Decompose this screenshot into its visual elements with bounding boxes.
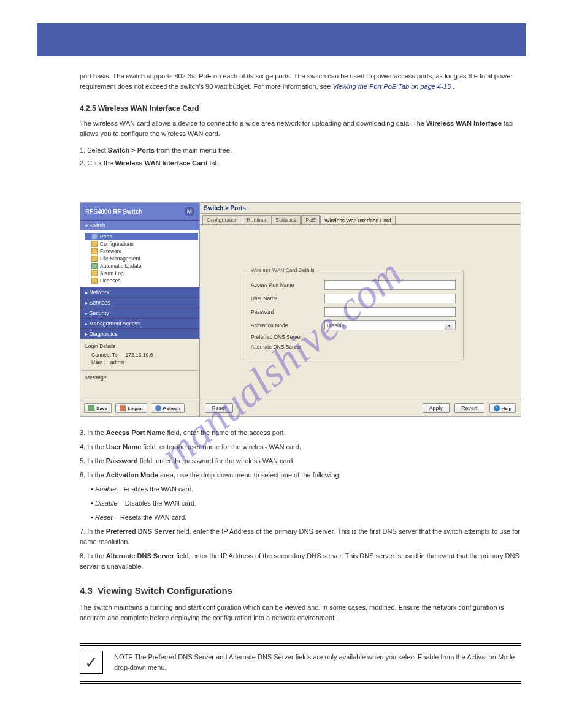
label-password: Password [251, 309, 324, 315]
fieldset-legend: Wireless WAN Card Details [248, 267, 317, 273]
save-icon [88, 405, 94, 411]
tab-wwan[interactable]: Wireless Wan Interface Card [320, 216, 395, 225]
save-button[interactable]: Save [84, 403, 112, 413]
tree-configurations[interactable]: Configurations [85, 240, 198, 248]
motorola-logo-icon: M [185, 207, 194, 216]
sidebar-bottom-buttons: Save Logout Refresh [80, 400, 199, 416]
final-paragraph: The switch maintains a running and start… [80, 602, 521, 623]
label-username: User Name [251, 295, 324, 301]
checkmark-icon: ✓ [80, 651, 103, 674]
nav-services[interactable]: Services [80, 297, 199, 308]
section-heading: 4.2.5 Wireless WAN Interface Card [80, 103, 521, 115]
intro-text: port basis. The switch supports 802.3af … [80, 71, 521, 171]
tree-ports[interactable]: Ports [85, 233, 198, 240]
ports-icon [91, 233, 98, 240]
refresh-button[interactable]: Refresh [151, 403, 185, 413]
alarm-icon [91, 270, 98, 276]
note-text: The Preferred DNS Server and Alternate D… [114, 653, 515, 671]
tree-automatic-update[interactable]: Automatic Update [85, 262, 198, 270]
refresh-icon [155, 405, 161, 411]
message-title: Message [85, 374, 194, 381]
tab-configuration[interactable]: Configuration [202, 215, 242, 224]
gear-icon [91, 248, 98, 254]
reset-button[interactable]: Reset [205, 403, 233, 413]
nav-management-access[interactable]: Management Access [80, 318, 199, 328]
login-details-panel: Login Details Connect To :172.16.10.6 Us… [80, 339, 199, 370]
select-activation-mode[interactable]: Disable ▼ [324, 320, 456, 330]
content-button-row: Reset Apply Revert Help [200, 400, 521, 416]
chevron-down-icon: ▼ [445, 321, 453, 330]
sidebar: RFS4000 RF Switch M Switch Ports Configu… [80, 203, 200, 416]
tree-file-management[interactable]: File Management [85, 255, 198, 262]
select-activation-value: Disable [327, 322, 344, 328]
nav-switch[interactable]: Switch [80, 220, 199, 230]
input-apn[interactable] [324, 280, 456, 290]
content-area: Switch > Ports Configuration Runtime Sta… [200, 203, 521, 416]
note-top-rule [80, 643, 521, 646]
label-activation: Activation Mode [251, 322, 324, 328]
apply-button[interactable]: Apply [423, 403, 450, 413]
section-number: 4.3 [80, 585, 93, 596]
message-panel: Message [80, 370, 199, 387]
label-apn: Access Port Name [251, 282, 324, 288]
breadcrumb: Switch > Ports [200, 203, 521, 214]
logout-button[interactable]: Logout [115, 403, 147, 413]
tab-pane: Wireless WAN Card Details Access Port Na… [200, 224, 521, 416]
tree-firmware[interactable]: Firmware [85, 248, 198, 255]
logout-icon [120, 405, 126, 411]
tab-poe[interactable]: PoE [301, 215, 320, 224]
nav-security[interactable]: Security [80, 308, 199, 318]
login-details-title: Login Details [85, 343, 194, 349]
intro-p1b: . [453, 83, 454, 90]
app-screenshot: RFS4000 RF Switch M Switch Ports Configu… [80, 202, 521, 417]
revert-button[interactable]: Revert [454, 403, 484, 413]
input-password[interactable] [324, 307, 456, 317]
update-icon [91, 263, 98, 269]
label-alt-dns: Alternate DNS Server [251, 344, 324, 350]
nav-tree: Ports Configurations Firmware File Manag… [80, 230, 199, 287]
help-icon [494, 405, 500, 411]
wwan-details-fieldset: Wireless WAN Card Details Access Port Na… [243, 271, 464, 360]
tree-licenses[interactable]: Licenses [85, 277, 198, 284]
section-title: Viewing Switch Configurations [98, 585, 232, 596]
note-bottom-rule [80, 681, 521, 684]
help-button[interactable]: Help [489, 403, 516, 413]
nav-diagnostics[interactable]: Diagnostics [80, 328, 199, 339]
note-label: NOTE [114, 653, 133, 661]
license-icon [91, 278, 98, 284]
intro-p1-link: Viewing the Port PoE Tab on page 4-15 [332, 83, 451, 90]
label-pref-dns: Preferred DNS Server [251, 334, 324, 340]
tree-alarm-log[interactable]: Alarm Log [85, 270, 198, 277]
sidebar-brand: RFS4000 RF Switch M [80, 203, 199, 220]
folder-icon [91, 241, 98, 247]
after-text: 3. In the Access Port Name field, enter … [80, 428, 521, 623]
note-row: ✓ NOTE The Preferred DNS Server and Alte… [80, 651, 521, 674]
nav-network[interactable]: Network [80, 287, 199, 297]
input-username[interactable] [324, 294, 456, 303]
file-icon [91, 256, 98, 262]
header-bar [37, 23, 526, 56]
tab-runtime[interactable]: Runtime [243, 215, 271, 224]
tab-statistics[interactable]: Statistics [271, 215, 301, 224]
tab-bar: Configuration Runtime Statistics PoE Wir… [200, 214, 521, 224]
